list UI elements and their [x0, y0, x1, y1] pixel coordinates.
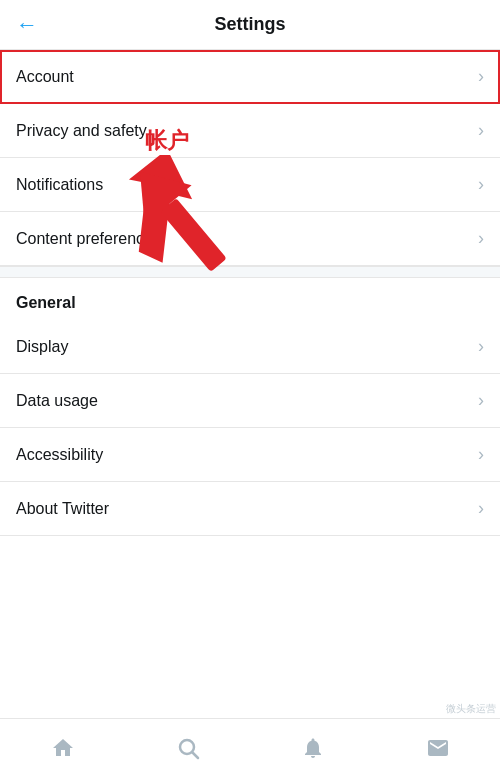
nav-home-icon[interactable]: [43, 728, 83, 768]
data-usage-chevron-icon: ›: [478, 390, 484, 411]
header: ← Settings: [0, 0, 500, 50]
section-separator: [0, 266, 500, 278]
general-section: General Display › Data usage › Accessibi…: [0, 278, 500, 536]
account-chevron-icon: ›: [478, 66, 484, 87]
notifications-item[interactable]: Notifications ›: [0, 158, 500, 212]
content-label: Content preferences: [16, 230, 161, 248]
account-section: Account › Privacy and safety › Notificat…: [0, 50, 500, 266]
account-label: Account: [16, 68, 74, 86]
accessibility-item[interactable]: Accessibility ›: [0, 428, 500, 482]
page-title: Settings: [214, 14, 285, 35]
data-usage-label: Data usage: [16, 392, 98, 410]
display-item[interactable]: Display ›: [0, 320, 500, 374]
display-label: Display: [16, 338, 68, 356]
content-chevron-icon: ›: [478, 228, 484, 249]
display-chevron-icon: ›: [478, 336, 484, 357]
watermark: 微头条运营: [446, 702, 496, 716]
about-item[interactable]: About Twitter ›: [0, 482, 500, 536]
nav-messages-icon[interactable]: [418, 728, 458, 768]
about-chevron-icon: ›: [478, 498, 484, 519]
accessibility-label: Accessibility: [16, 446, 103, 464]
svg-line-4: [192, 752, 198, 758]
privacy-item[interactable]: Privacy and safety ›: [0, 104, 500, 158]
privacy-label: Privacy and safety: [16, 122, 147, 140]
bottom-nav: [0, 718, 500, 776]
privacy-chevron-icon: ›: [478, 120, 484, 141]
data-usage-item[interactable]: Data usage ›: [0, 374, 500, 428]
general-heading: General: [0, 278, 500, 320]
about-label: About Twitter: [16, 500, 109, 518]
back-button[interactable]: ←: [16, 12, 38, 38]
nav-search-icon[interactable]: [168, 728, 208, 768]
accessibility-chevron-icon: ›: [478, 444, 484, 465]
nav-notifications-icon[interactable]: [293, 728, 333, 768]
content-item[interactable]: Content preferences ›: [0, 212, 500, 266]
notifications-label: Notifications: [16, 176, 103, 194]
notifications-chevron-icon: ›: [478, 174, 484, 195]
account-item[interactable]: Account ›: [0, 50, 500, 104]
